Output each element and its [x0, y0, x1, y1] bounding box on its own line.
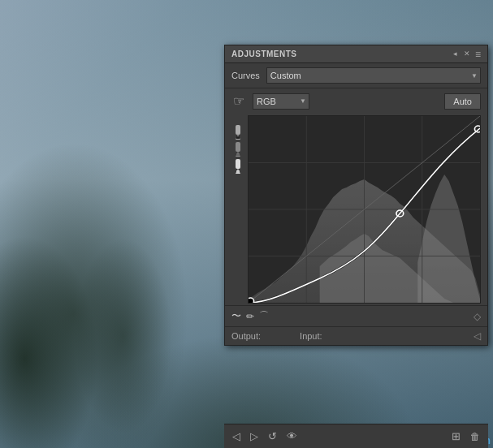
delete-icon[interactable]: 🗑 [469, 429, 482, 444]
curve-mode-icon[interactable]: 〜 [231, 309, 241, 323]
channel-select-wrapper: RGB Red Green Blue [253, 93, 309, 110]
reset-icon[interactable]: ↺ [266, 429, 279, 444]
clip-shadows-icon[interactable]: ◁ [474, 330, 481, 342]
preset-select-wrapper: Custom Default Linear Contrast Medium Co… [266, 67, 481, 84]
new-layer-icon[interactable]: ⊞ [450, 429, 462, 444]
svg-rect-2 [236, 136, 240, 139]
output-label: Output: [231, 331, 261, 341]
output-value-input[interactable] [262, 331, 287, 341]
input-value-input[interactable] [324, 331, 348, 341]
eyedropper-white-icon[interactable] [231, 159, 245, 174]
footer-toolbar: ◁ ▷ ↺ 👁 ⊞ 🗑 [224, 424, 488, 448]
hand-tool-icon[interactable]: ☞ [231, 92, 246, 110]
curve-svg[interactable] [249, 116, 480, 303]
svg-rect-6 [236, 159, 240, 169]
panel-controls: ◂ ✕ ≡ [452, 49, 481, 60]
svg-point-18 [249, 298, 254, 303]
pencil-tool-icon[interactable]: ✏ [246, 311, 254, 322]
visibility-icon[interactable]: 👁 [285, 429, 299, 444]
channel-row: ☞ RGB Red Green Blue Auto [225, 88, 487, 114]
adjustments-panel: ADJUSTMENTS ◂ ✕ ≡ Curves Custom Default … [224, 45, 488, 346]
svg-rect-0 [236, 125, 240, 135]
panel-menu-icon[interactable]: ≡ [475, 49, 481, 60]
bottom-tools: 〜 ✏ ⌒ ◇ [225, 305, 487, 326]
svg-rect-5 [236, 153, 240, 156]
preset-row: Curves Custom Default Linear Contrast Me… [225, 63, 487, 88]
eyedropper-black-icon[interactable] [231, 125, 245, 140]
curve-tools [228, 115, 248, 304]
panel-close-button[interactable]: ✕ [462, 50, 472, 58]
curve-canvas[interactable] [248, 115, 481, 304]
preset-select[interactable]: Custom Default Linear Contrast Medium Co… [266, 67, 481, 84]
forward-icon[interactable]: ▷ [249, 429, 260, 444]
eyedropper-gray-icon[interactable] [231, 142, 245, 157]
back-icon[interactable]: ◁ [231, 429, 242, 444]
smooth-tool-icon[interactable]: ⌒ [259, 309, 269, 323]
auto-button[interactable]: Auto [444, 93, 481, 110]
svg-rect-8 [236, 170, 240, 173]
svg-rect-3 [236, 142, 240, 152]
output-input-row: Output: Input: ◁ [225, 326, 487, 345]
channel-select[interactable]: RGB Red Green Blue [253, 93, 309, 110]
panel-titlebar: ADJUSTMENTS ◂ ✕ ≡ [225, 45, 487, 63]
preset-label: Curves [231, 71, 260, 80]
panel-title: ADJUSTMENTS [231, 50, 297, 58]
curve-container [225, 114, 487, 305]
input-label: Input: [300, 331, 322, 341]
clip-highlight-icon[interactable]: ◇ [474, 311, 481, 322]
curve-inner [249, 116, 480, 303]
panel-collapse-button[interactable]: ◂ [452, 50, 459, 58]
